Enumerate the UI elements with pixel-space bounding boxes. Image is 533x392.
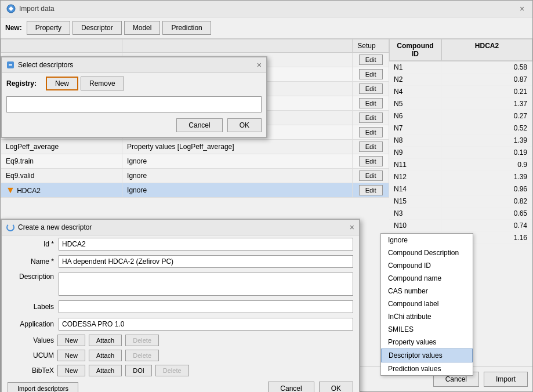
bibtex-attach-button[interactable]: Attach (89, 365, 122, 376)
title-bar: Import data × (1, 1, 532, 17)
window-close-button[interactable]: × (517, 4, 527, 13)
tab-model[interactable]: Model (124, 21, 161, 35)
registry-input[interactable] (6, 96, 262, 112)
values-label: Values (8, 336, 54, 344)
tab-property[interactable]: Property (27, 21, 70, 35)
compound-id-cell: N15 (389, 195, 441, 207)
tab-descriptor[interactable]: Descriptor (72, 21, 122, 35)
create-desc-title-bar: Create a new descriptor × (2, 220, 359, 235)
registry-remove-button[interactable]: Remove (81, 77, 124, 90)
description-row: Description (2, 270, 359, 298)
dropdown-item-compound-description[interactable]: Compound Description (381, 246, 473, 259)
edit-button[interactable]: Edit (359, 127, 383, 137)
create-desc-close-button[interactable]: × (350, 223, 354, 232)
table-row: ▼ HDCA2IgnoreEdit (1, 183, 389, 198)
compound-id-cell: N14 (389, 183, 441, 195)
registry-input-area (6, 96, 262, 112)
compound-id-cell: N7 (389, 122, 441, 134)
compound-id-cell: N6 (389, 110, 441, 122)
table-cell-col1: Eq9.valid (1, 169, 122, 183)
table-cell-action: Edit (353, 183, 389, 198)
bibtex-doi-button[interactable]: DOI (125, 365, 152, 376)
description-label: Description (8, 273, 54, 281)
right-data-row: N110.9 (389, 159, 532, 171)
dropdown-item-smiles[interactable]: SMILES (381, 323, 473, 336)
values-row: Values New Attach Delete (2, 333, 359, 348)
dropdown-item-compound-name[interactable]: Compound name (381, 272, 473, 285)
dropdown-item-inchi-attribute[interactable]: InChi attribute (381, 310, 473, 323)
bibtex-label: BibTeX (8, 366, 54, 375)
dropdown-menu: IgnoreCompound DescriptionCompound IDCom… (380, 233, 473, 376)
select-desc-ok-button[interactable]: OK (227, 118, 262, 132)
select-desc-title: Select descriptors (18, 61, 73, 69)
create-desc-ok-button[interactable]: OK (319, 382, 353, 392)
select-desc-close-button[interactable]: × (257, 60, 262, 70)
tab-prediction[interactable]: Prediction (162, 21, 211, 35)
compound-id-cell: N1 (389, 61, 441, 73)
ucum-attach-button[interactable]: Attach (89, 350, 122, 361)
table-cell-col1: ▼ HDCA2 (1, 183, 122, 198)
registry-new-button[interactable]: New (46, 77, 78, 90)
description-textarea[interactable] (59, 273, 353, 296)
table-cell-action: Edit (353, 67, 389, 82)
values-attach-button[interactable]: Attach (89, 335, 122, 346)
edit-button[interactable]: Edit (359, 185, 383, 195)
select-desc-cancel-button[interactable]: Cancel (176, 118, 222, 132)
application-row: Application (2, 315, 359, 333)
dropdown-item-ignore[interactable]: Ignore (381, 234, 473, 246)
dropdown-item-descriptor-values[interactable]: Descriptor values (381, 349, 473, 362)
dropdown-item-compound-id[interactable]: Compound ID (381, 259, 473, 272)
select-descriptors-dialog: Select descriptors × Registry: New Remov… (1, 56, 267, 138)
import-descriptors-button[interactable]: Import descriptors (8, 382, 78, 392)
dropdown-item-prediction-values[interactable]: Prediction values (381, 362, 473, 375)
table-row: Eq9.trainIgnoreEdit (1, 154, 389, 169)
edit-button[interactable]: Edit (359, 84, 383, 94)
ucum-delete-button[interactable]: Delete (125, 350, 159, 361)
edit-button[interactable]: Edit (359, 141, 383, 152)
dialog-icon (6, 61, 14, 69)
compound-id-cell: N12 (389, 171, 441, 183)
create-desc-cancel-button[interactable]: Cancel (268, 382, 314, 392)
edit-button[interactable]: Edit (359, 112, 383, 123)
right-table-header: Compound ID HDCA2 (389, 39, 532, 61)
value-cell: 1.39 (441, 135, 532, 146)
right-data-row: N40.21 (389, 86, 532, 98)
value-cell: 0.58 (441, 61, 532, 73)
edit-button[interactable]: Edit (359, 98, 383, 108)
compound-id-cell: N3 (389, 208, 441, 219)
value-cell: 1.39 (441, 171, 532, 183)
labels-input[interactable] (59, 300, 353, 313)
value-cell: 0.21 (441, 86, 532, 97)
main-window: Import data × New: Property Descriptor M… (0, 0, 533, 392)
value-cell: 0.82 (441, 195, 532, 207)
col2-header (122, 39, 353, 53)
compound-id-cell: N8 (389, 135, 441, 146)
dropdown-item-cas-number[interactable]: CAS number (381, 285, 473, 297)
create-desc-bottom-row: Import descriptors Cancel OK (2, 378, 359, 392)
values-delete-button[interactable]: Delete (125, 335, 159, 346)
ucum-new-button[interactable]: New (57, 350, 85, 361)
application-input[interactable] (59, 318, 353, 331)
dropdown-item-compound-label[interactable]: Compound label (381, 297, 473, 310)
ucum-label: UCUM (8, 351, 54, 360)
edit-button[interactable]: Edit (359, 55, 383, 65)
edit-button[interactable]: Edit (359, 69, 383, 79)
bibtex-delete-button[interactable]: Delete (155, 365, 189, 376)
id-input[interactable] (59, 238, 353, 251)
id-row: Id (2, 235, 359, 253)
window-title: Import data (19, 5, 55, 13)
right-data-row: N81.39 (389, 135, 532, 147)
edit-button[interactable]: Edit (359, 156, 383, 166)
values-new-button[interactable]: New (57, 335, 85, 346)
right-data-row: N30.65 (389, 208, 532, 220)
right-data-row: N51.37 (389, 98, 532, 110)
compound-id-cell: N5 (389, 98, 441, 110)
name-label: Name (8, 257, 54, 266)
compound-id-cell: N4 (389, 86, 441, 97)
bibtex-new-button[interactable]: New (57, 365, 85, 376)
registry-label: Registry: (6, 79, 41, 88)
name-input[interactable] (59, 255, 353, 268)
dropdown-item-property-values[interactable]: Property values (381, 336, 473, 349)
edit-button[interactable]: Edit (359, 170, 383, 181)
import-button[interactable]: Import (484, 372, 528, 387)
